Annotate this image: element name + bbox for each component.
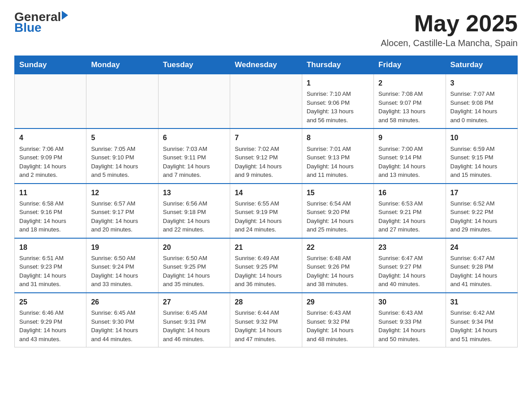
calendar-week-row: 4Sunrise: 7:06 AM Sunset: 9:09 PM Daylig… (15, 128, 518, 183)
day-info: Sunrise: 6:53 AM Sunset: 9:21 PM Dayligh… (378, 199, 441, 234)
calendar-day-header: Wednesday (230, 56, 302, 74)
day-number: 17 (450, 188, 513, 198)
day-info: Sunrise: 6:44 AM Sunset: 9:32 PM Dayligh… (235, 308, 297, 343)
day-number: 22 (307, 242, 369, 253)
calendar-day-header: Saturday (446, 56, 517, 74)
day-number: 26 (91, 297, 153, 307)
day-info: Sunrise: 6:59 AM Sunset: 9:15 PM Dayligh… (450, 145, 513, 180)
calendar-cell: 17Sunrise: 6:52 AM Sunset: 9:22 PM Dayli… (446, 184, 517, 238)
day-info: Sunrise: 7:08 AM Sunset: 9:07 PM Dayligh… (378, 90, 441, 124)
day-info: Sunrise: 6:48 AM Sunset: 9:26 PM Dayligh… (307, 254, 369, 289)
day-number: 4 (19, 133, 82, 143)
day-number: 13 (163, 188, 225, 198)
day-number: 12 (91, 188, 153, 198)
calendar-cell: 5Sunrise: 7:05 AM Sunset: 9:10 PM Daylig… (86, 128, 158, 183)
day-number: 16 (378, 188, 441, 198)
day-number: 23 (378, 242, 441, 253)
calendar-cell: 16Sunrise: 6:53 AM Sunset: 9:21 PM Dayli… (374, 184, 446, 238)
calendar-cell: 18Sunrise: 6:51 AM Sunset: 9:23 PM Dayli… (15, 238, 86, 293)
calendar-week-row: 1Sunrise: 7:10 AM Sunset: 9:06 PM Daylig… (15, 74, 518, 129)
logo-blue-text: Blue (14, 21, 68, 34)
day-number: 11 (19, 188, 82, 198)
calendar-cell (15, 74, 86, 129)
day-info: Sunrise: 6:47 AM Sunset: 9:28 PM Dayligh… (450, 254, 513, 289)
calendar-cell: 19Sunrise: 6:50 AM Sunset: 9:24 PM Dayli… (86, 238, 158, 293)
day-number: 10 (450, 133, 513, 143)
day-info: Sunrise: 7:01 AM Sunset: 9:13 PM Dayligh… (307, 145, 369, 180)
day-info: Sunrise: 6:46 AM Sunset: 9:29 PM Dayligh… (19, 308, 82, 343)
calendar-cell (86, 74, 158, 129)
page-header: General Blue May 2025 Alocen, Castille-L… (14, 11, 518, 48)
calendar-cell: 7Sunrise: 7:02 AM Sunset: 9:12 PM Daylig… (230, 128, 302, 183)
day-info: Sunrise: 6:58 AM Sunset: 9:16 PM Dayligh… (19, 199, 82, 234)
calendar-cell: 6Sunrise: 7:03 AM Sunset: 9:11 PM Daylig… (158, 128, 230, 183)
calendar-cell: 30Sunrise: 6:43 AM Sunset: 9:33 PM Dayli… (374, 293, 446, 347)
calendar-day-header: Tuesday (158, 56, 230, 74)
day-info: Sunrise: 6:50 AM Sunset: 9:24 PM Dayligh… (91, 254, 153, 289)
day-number: 6 (163, 133, 225, 143)
calendar-cell: 12Sunrise: 6:57 AM Sunset: 9:17 PM Dayli… (86, 184, 158, 238)
calendar-day-header: Sunday (15, 56, 86, 74)
day-number: 2 (378, 78, 441, 88)
calendar-cell: 8Sunrise: 7:01 AM Sunset: 9:13 PM Daylig… (302, 128, 373, 183)
calendar-cell: 14Sunrise: 6:55 AM Sunset: 9:19 PM Dayli… (230, 184, 302, 238)
day-number: 28 (235, 297, 297, 307)
day-info: Sunrise: 7:02 AM Sunset: 9:12 PM Dayligh… (235, 145, 297, 180)
calendar-cell: 1Sunrise: 7:10 AM Sunset: 9:06 PM Daylig… (302, 74, 373, 129)
day-info: Sunrise: 6:54 AM Sunset: 9:20 PM Dayligh… (307, 199, 369, 234)
day-number: 8 (307, 133, 369, 143)
day-info: Sunrise: 6:47 AM Sunset: 9:27 PM Dayligh… (378, 254, 441, 289)
calendar-cell: 21Sunrise: 6:49 AM Sunset: 9:25 PM Dayli… (230, 238, 302, 293)
calendar-cell: 10Sunrise: 6:59 AM Sunset: 9:15 PM Dayli… (446, 128, 517, 183)
day-info: Sunrise: 6:42 AM Sunset: 9:34 PM Dayligh… (450, 308, 513, 343)
calendar-day-header: Thursday (302, 56, 373, 74)
calendar-cell: 13Sunrise: 6:56 AM Sunset: 9:18 PM Dayli… (158, 184, 230, 238)
calendar-cell (158, 74, 230, 129)
calendar-cell: 11Sunrise: 6:58 AM Sunset: 9:16 PM Dayli… (15, 184, 86, 238)
calendar-table: SundayMondayTuesdayWednesdayThursdayFrid… (14, 56, 518, 347)
day-info: Sunrise: 7:03 AM Sunset: 9:11 PM Dayligh… (163, 145, 225, 180)
day-info: Sunrise: 6:51 AM Sunset: 9:23 PM Dayligh… (19, 254, 82, 289)
day-number: 7 (235, 133, 297, 143)
calendar-cell: 24Sunrise: 6:47 AM Sunset: 9:28 PM Dayli… (446, 238, 517, 293)
day-info: Sunrise: 7:06 AM Sunset: 9:09 PM Dayligh… (19, 145, 82, 180)
day-info: Sunrise: 6:52 AM Sunset: 9:22 PM Dayligh… (450, 199, 513, 234)
day-number: 3 (450, 78, 513, 88)
day-number: 19 (91, 242, 153, 253)
calendar-cell: 15Sunrise: 6:54 AM Sunset: 9:20 PM Dayli… (302, 184, 373, 238)
day-info: Sunrise: 6:45 AM Sunset: 9:30 PM Dayligh… (91, 308, 153, 343)
day-info: Sunrise: 6:45 AM Sunset: 9:31 PM Dayligh… (163, 308, 225, 343)
day-info: Sunrise: 7:07 AM Sunset: 9:08 PM Dayligh… (450, 90, 513, 124)
calendar-location: Alocen, Castille-La Mancha, Spain (381, 38, 518, 48)
day-info: Sunrise: 7:00 AM Sunset: 9:14 PM Dayligh… (378, 145, 441, 180)
calendar-day-header: Monday (86, 56, 158, 74)
calendar-cell: 20Sunrise: 6:50 AM Sunset: 9:25 PM Dayli… (158, 238, 230, 293)
day-info: Sunrise: 6:57 AM Sunset: 9:17 PM Dayligh… (91, 199, 153, 234)
calendar-cell: 26Sunrise: 6:45 AM Sunset: 9:30 PM Dayli… (86, 293, 158, 347)
calendar-cell: 23Sunrise: 6:47 AM Sunset: 9:27 PM Dayli… (374, 238, 446, 293)
day-number: 29 (307, 297, 369, 307)
day-number: 5 (91, 133, 153, 143)
calendar-week-row: 11Sunrise: 6:58 AM Sunset: 9:16 PM Dayli… (15, 184, 518, 238)
calendar-week-row: 18Sunrise: 6:51 AM Sunset: 9:23 PM Dayli… (15, 238, 518, 293)
day-info: Sunrise: 6:43 AM Sunset: 9:32 PM Dayligh… (307, 308, 369, 343)
day-info: Sunrise: 6:56 AM Sunset: 9:18 PM Dayligh… (163, 199, 225, 234)
calendar-cell: 31Sunrise: 6:42 AM Sunset: 9:34 PM Dayli… (446, 293, 517, 347)
calendar-cell: 25Sunrise: 6:46 AM Sunset: 9:29 PM Dayli… (15, 293, 86, 347)
calendar-cell: 29Sunrise: 6:43 AM Sunset: 9:32 PM Dayli… (302, 293, 373, 347)
day-number: 21 (235, 242, 297, 253)
calendar-cell: 3Sunrise: 7:07 AM Sunset: 9:08 PM Daylig… (446, 74, 517, 129)
day-number: 15 (307, 188, 369, 198)
day-number: 20 (163, 242, 225, 253)
day-info: Sunrise: 6:55 AM Sunset: 9:19 PM Dayligh… (235, 199, 297, 234)
calendar-cell: 28Sunrise: 6:44 AM Sunset: 9:32 PM Dayli… (230, 293, 302, 347)
day-info: Sunrise: 6:50 AM Sunset: 9:25 PM Dayligh… (163, 254, 225, 289)
calendar-cell: 2Sunrise: 7:08 AM Sunset: 9:07 PM Daylig… (374, 74, 446, 129)
day-number: 30 (378, 297, 441, 307)
day-number: 31 (450, 297, 513, 307)
day-info: Sunrise: 7:05 AM Sunset: 9:10 PM Dayligh… (91, 145, 153, 180)
day-number: 27 (163, 297, 225, 307)
day-number: 18 (19, 242, 82, 253)
logo: General Blue (14, 11, 68, 34)
calendar-header-row: SundayMondayTuesdayWednesdayThursdayFrid… (15, 56, 518, 74)
